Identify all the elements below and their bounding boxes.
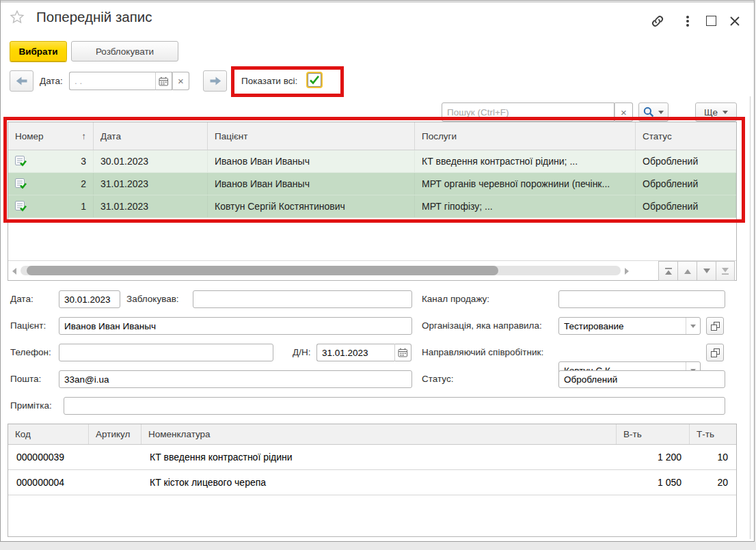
cell-status: Оброблений bbox=[636, 173, 736, 195]
list-empty-area bbox=[8, 218, 736, 260]
chevron-down-icon bbox=[690, 325, 696, 328]
go-first-button[interactable] bbox=[658, 261, 677, 281]
birth-date-calendar-button[interactable] bbox=[394, 344, 411, 361]
next-date-button[interactable] bbox=[203, 70, 227, 92]
phone-label: Телефон: bbox=[10, 347, 51, 357]
referring-employee-open-button[interactable] bbox=[706, 344, 724, 361]
column-header-vt-label: В-ть bbox=[623, 429, 642, 439]
prev-date-button[interactable] bbox=[10, 70, 33, 92]
table-row[interactable]: 000000004 КТ кісток лицевого черепа 1 05… bbox=[8, 470, 736, 495]
note-field[interactable] bbox=[64, 397, 725, 415]
scroll-left-icon[interactable] bbox=[12, 268, 16, 275]
go-last-button[interactable] bbox=[716, 261, 735, 281]
referring-org-dropdown-button[interactable] bbox=[686, 318, 700, 334]
status-field[interactable] bbox=[558, 370, 725, 388]
cell-number: 1 bbox=[81, 201, 86, 212]
column-header-status[interactable]: Статус bbox=[636, 122, 736, 150]
sales-channel-field[interactable] bbox=[558, 290, 725, 308]
cell-nomenclature: КТ введення контрастної рідини bbox=[141, 445, 617, 469]
filter-date-label: Дата: bbox=[40, 76, 63, 86]
locked-by-field[interactable] bbox=[193, 290, 412, 308]
cell-number: 2 bbox=[81, 178, 86, 189]
sort-ascending-icon: ↑ bbox=[81, 131, 86, 141]
close-icon[interactable] bbox=[727, 14, 742, 29]
column-header-tt-label: Т-ть bbox=[697, 429, 714, 439]
more-button[interactable]: Ще bbox=[695, 102, 737, 122]
select-button-label: Вибрати bbox=[18, 46, 57, 57]
document-check-icon bbox=[15, 156, 27, 167]
column-header-number[interactable]: Номер ↑ bbox=[8, 122, 94, 150]
cell-status: Оброблений bbox=[636, 195, 736, 217]
cell-vt: 1 200 bbox=[617, 445, 690, 469]
filter-date-group: × bbox=[69, 72, 189, 90]
calendar-icon bbox=[398, 348, 408, 357]
cell-services: МРТ органів черевної порожнини (печінк..… bbox=[415, 173, 636, 195]
kebab-menu-icon[interactable] bbox=[683, 14, 692, 29]
table-row[interactable]: 000000039 КТ введення контрастної рідини… bbox=[8, 445, 736, 470]
unlock-button[interactable]: Розблокувати bbox=[71, 41, 178, 61]
column-header-nomenclature[interactable]: Номенклатура bbox=[141, 424, 617, 444]
search-input[interactable] bbox=[442, 102, 615, 122]
cell-date: 31.01.2023 bbox=[94, 195, 208, 217]
patient-label: Пацієнт: bbox=[10, 320, 46, 331]
favorite-star-icon[interactable] bbox=[10, 10, 25, 25]
show-all-label: Показати всі: bbox=[241, 76, 297, 86]
referring-org-open-button[interactable] bbox=[706, 317, 724, 335]
referring-employee-label: Направляючий співробітник: bbox=[422, 347, 543, 357]
phone-field[interactable] bbox=[59, 344, 273, 361]
sales-channel-label: Канал продажу: bbox=[422, 294, 489, 304]
go-previous-button[interactable] bbox=[677, 261, 697, 281]
table-row[interactable]: 3 30.01.2023 Иванов Иван Иваныч КТ введе… bbox=[8, 150, 736, 173]
column-header-vt[interactable]: В-ть bbox=[617, 424, 690, 444]
items-table: Код Артикул Номенклатура В-ть Т-ть 00000… bbox=[8, 424, 737, 537]
filter-date-input[interactable] bbox=[69, 72, 155, 90]
column-header-date[interactable]: Дата bbox=[94, 122, 208, 150]
column-header-article[interactable]: Артикул bbox=[89, 424, 141, 444]
birth-date-field[interactable] bbox=[316, 344, 394, 361]
cell-date: 30.01.2023 bbox=[94, 150, 208, 172]
horizontal-scrollbar-track[interactable] bbox=[21, 266, 621, 275]
email-field[interactable] bbox=[59, 370, 412, 388]
scroll-right-icon[interactable] bbox=[625, 268, 629, 275]
go-next-button[interactable] bbox=[697, 261, 716, 281]
column-header-nomenclature-label: Номенклатура bbox=[148, 429, 211, 439]
filter-date-calendar-button[interactable] bbox=[155, 72, 172, 90]
maximize-icon[interactable] bbox=[705, 15, 717, 27]
filter-date-clear-button[interactable]: × bbox=[172, 72, 189, 90]
search-button[interactable] bbox=[638, 102, 669, 122]
link-icon[interactable] bbox=[649, 12, 666, 30]
chevron-down-icon bbox=[658, 111, 664, 114]
table-row[interactable]: 1 31.01.2023 Ковтун Сергій Костянтинович… bbox=[8, 195, 736, 218]
date-field[interactable] bbox=[59, 290, 120, 308]
column-header-tt[interactable]: Т-ть bbox=[690, 424, 736, 444]
referring-org-combo[interactable] bbox=[558, 317, 701, 335]
open-in-new-icon bbox=[711, 322, 720, 331]
arrow-right-icon bbox=[209, 76, 221, 86]
triangle-down-icon bbox=[703, 267, 711, 275]
cell-date: 31.01.2023 bbox=[94, 173, 208, 195]
cell-code: 000000039 bbox=[8, 445, 89, 469]
appointments-header-row: Номер ↑ Дата Пацієнт Послуги Статус bbox=[8, 122, 736, 150]
table-row[interactable]: 2 31.01.2023 Иванов Иван Иваныч МРТ орга… bbox=[8, 173, 736, 195]
column-header-date-label: Дата bbox=[100, 131, 121, 141]
date-label: Дата: bbox=[10, 294, 33, 304]
column-header-code[interactable]: Код bbox=[8, 424, 89, 444]
locked-by-label: Заблокував: bbox=[126, 294, 179, 304]
page-title: Попередній запис bbox=[36, 9, 152, 25]
email-label: Пошта: bbox=[10, 374, 41, 384]
column-header-services[interactable]: Послуги bbox=[415, 122, 636, 150]
cell-patient: Иванов Иван Иваныч bbox=[208, 150, 415, 172]
go-top-icon bbox=[664, 267, 673, 275]
document-check-icon bbox=[15, 178, 27, 190]
show-all-checkbox[interactable] bbox=[308, 73, 321, 87]
select-button[interactable]: Вибрати bbox=[10, 41, 67, 61]
unlock-button-label: Розблокувати bbox=[96, 46, 154, 57]
cell-number: 3 bbox=[81, 156, 86, 167]
horizontal-scrollbar-thumb[interactable] bbox=[27, 266, 498, 275]
cell-services: МРТ гіпофізу; ... bbox=[415, 195, 636, 217]
patient-field[interactable] bbox=[59, 317, 412, 335]
app-window: Попередній запис Вибрати Розблокувати Да… bbox=[0, 0, 755, 542]
search-clear-button[interactable]: × bbox=[615, 102, 633, 122]
column-header-patient[interactable]: Пацієнт bbox=[208, 122, 415, 150]
referring-org-field[interactable] bbox=[558, 317, 701, 335]
